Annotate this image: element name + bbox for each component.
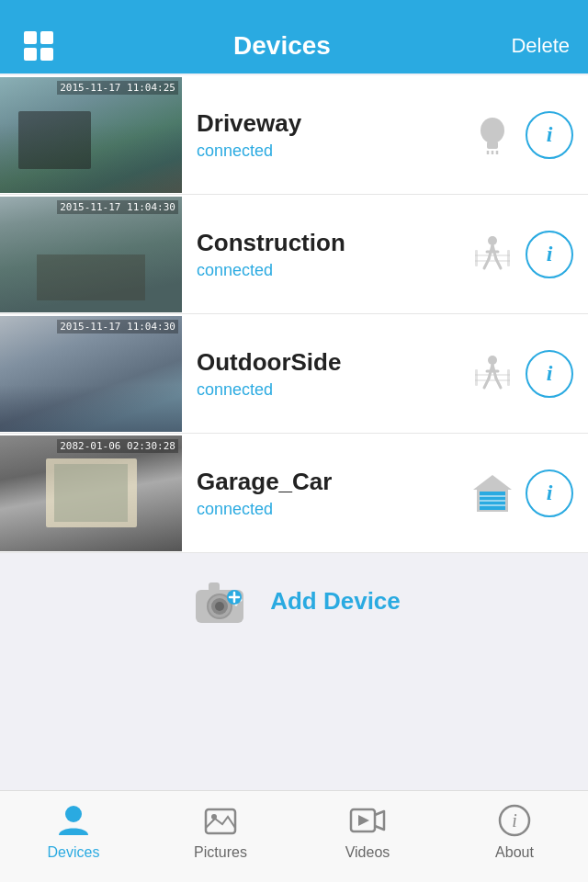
device-row[interactable]: 2015-11-17 11:04:30 OutdoorSide connecte…	[0, 314, 588, 434]
device-name: Driveway	[197, 109, 467, 138]
pictures-tab-icon	[200, 800, 241, 841]
tab-about[interactable]: i About	[441, 800, 588, 861]
device-name: OutdoorSide	[197, 348, 467, 377]
device-row[interactable]: 2015-11-17 11:04:30 Construction connect…	[0, 195, 588, 314]
add-device-section[interactable]: Add Device	[0, 555, 588, 647]
device-info-button[interactable]: i	[526, 469, 573, 517]
svg-rect-15	[475, 250, 478, 266]
svg-text:i: i	[512, 810, 517, 831]
device-status: connected	[197, 261, 467, 280]
about-tab-icon: i	[494, 800, 535, 841]
tab-pictures[interactable]: Pictures	[147, 800, 294, 861]
timestamp: 2082-01-06 02:30:28	[57, 439, 178, 453]
device-info: OutdoorSide connected	[182, 348, 467, 400]
svg-point-38	[215, 602, 224, 611]
device-thumbnail: 2082-01-06 02:30:28	[0, 435, 182, 551]
motion-icon	[467, 233, 518, 276]
device-info-button[interactable]: i	[526, 350, 573, 398]
device-info-button[interactable]: i	[526, 231, 573, 278]
timestamp: 2015-11-17 11:04:30	[57, 320, 178, 334]
delete-button[interactable]: Delete	[505, 34, 570, 58]
device-thumbnail: 2015-11-17 11:04:25	[0, 77, 182, 193]
svg-rect-5	[487, 141, 498, 149]
device-name: Construction	[197, 229, 467, 257]
svg-rect-26	[507, 369, 510, 386]
app-header: Devices Delete	[0, 0, 588, 74]
page-title: Devices	[59, 31, 505, 61]
device-status: connected	[197, 141, 467, 161]
device-info: Construction connected	[182, 229, 467, 280]
device-row[interactable]: 2015-11-17 11:04:25 Driveway connected i	[0, 75, 588, 195]
content-area: 2015-11-17 11:04:25 Driveway connected i	[0, 74, 588, 864]
svg-rect-25	[475, 369, 478, 386]
device-info: Driveway connected	[182, 109, 467, 161]
svg-rect-2	[24, 48, 37, 61]
device-list: 2015-11-17 11:04:25 Driveway connected i	[0, 75, 588, 553]
garage-icon	[467, 473, 518, 514]
device-row[interactable]: 2082-01-06 02:30:28 Garage_Car connected	[0, 434, 588, 553]
add-device-camera-icon	[187, 569, 252, 633]
grid-icon[interactable]	[18, 26, 59, 66]
svg-point-47	[211, 814, 217, 820]
svg-rect-1	[40, 31, 53, 44]
svg-point-45	[65, 806, 82, 822]
device-status: connected	[197, 500, 467, 519]
timestamp: 2015-11-17 11:04:25	[57, 81, 178, 95]
devices-tab-icon	[53, 800, 94, 841]
tab-about-label: About	[495, 844, 534, 861]
svg-rect-16	[507, 250, 510, 266]
timestamp: 2015-11-17 11:04:30	[57, 200, 178, 214]
svg-point-4	[481, 118, 504, 143]
videos-tab-icon	[347, 800, 388, 841]
device-status: connected	[197, 380, 467, 400]
bulb-icon	[467, 115, 518, 155]
tab-devices-label: Devices	[48, 844, 100, 861]
tab-bar: Devices Pictures Videos i	[0, 790, 588, 882]
tab-pictures-label: Pictures	[194, 844, 247, 861]
tab-devices[interactable]: Devices	[0, 800, 147, 861]
svg-marker-49	[358, 815, 369, 826]
device-info-button[interactable]: i	[526, 111, 573, 159]
add-device-label: Add Device	[270, 587, 401, 616]
svg-rect-3	[40, 48, 53, 61]
tab-videos[interactable]: Videos	[294, 800, 441, 861]
svg-rect-0	[24, 31, 37, 44]
motion-icon	[467, 353, 518, 395]
device-info: Garage_Car connected	[182, 468, 467, 519]
device-thumbnail: 2015-11-17 11:04:30	[0, 316, 182, 432]
svg-marker-29	[473, 475, 512, 490]
device-thumbnail: 2015-11-17 11:04:30	[0, 197, 182, 312]
svg-rect-39	[209, 582, 220, 592]
tab-videos-label: Videos	[345, 844, 390, 861]
device-name: Garage_Car	[197, 468, 467, 496]
